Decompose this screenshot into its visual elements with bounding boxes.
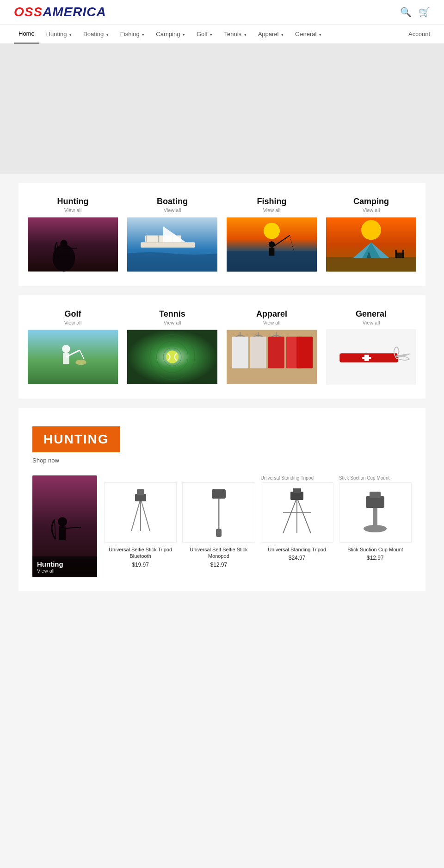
category-golf-title: Golf: [65, 309, 81, 319]
product3-label-top: Universal Standing Tripod: [261, 475, 314, 481]
category-tennis[interactable]: Tennis View all: [127, 309, 217, 385]
boating-svg: [127, 217, 217, 272]
svg-point-19: [361, 220, 381, 240]
svg-rect-20: [326, 257, 416, 271]
nav-item-golf[interactable]: Golf ▾: [192, 25, 217, 43]
product3-price: $24.97: [289, 555, 306, 561]
svg-rect-72: [293, 488, 301, 493]
product2-price: $12.97: [210, 562, 228, 568]
category-boating-title: Boating: [157, 197, 188, 206]
category-general-viewall[interactable]: View all: [363, 320, 380, 325]
categories-row2-section: Golf View all: [18, 295, 426, 399]
product4-img: [339, 482, 412, 543]
product4-price: $12.97: [367, 555, 384, 561]
nav-item-tennis[interactable]: Tennis ▾: [219, 25, 251, 43]
category-golf-img: [28, 329, 118, 385]
product-monopod[interactable]: Universal Self Selfie Stick Monopod $12.…: [182, 475, 255, 568]
logo[interactable]: OSSAMERICA: [14, 5, 106, 19]
product4-label-top: Stick Suction Cup Mount: [339, 475, 390, 481]
product4-name: Stick Suction Cup Mount: [347, 546, 403, 553]
svg-point-32: [75, 360, 86, 365]
logo-oss: OSS: [14, 5, 43, 19]
category-hunting-title: Hunting: [57, 197, 89, 206]
nav-item-general[interactable]: General ▾: [290, 25, 326, 43]
nav-item-apparel[interactable]: Apparel ▾: [253, 25, 288, 43]
chevron-down-icon: ▾: [281, 32, 284, 37]
svg-rect-78: [370, 492, 381, 498]
product1-label-top: [104, 475, 105, 481]
product2-img: [182, 482, 255, 543]
category-tennis-viewall[interactable]: View all: [164, 320, 181, 325]
category-apparel-viewall[interactable]: View all: [263, 320, 281, 325]
cart-icon[interactable]: 🛒: [419, 6, 430, 18]
product2-svg: [196, 485, 242, 540]
fishing-svg: [227, 217, 317, 272]
product1-img: [104, 482, 177, 543]
category-golf[interactable]: Golf View all: [28, 309, 118, 385]
nav-account[interactable]: Account: [408, 31, 430, 37]
product-tripod[interactable]: Universal Standing Tripod: [261, 475, 333, 568]
products-row: Hunting View all: [32, 475, 412, 577]
chevron-down-icon: ▾: [319, 32, 321, 37]
nav-item-fishing[interactable]: Fishing ▾: [116, 25, 149, 43]
product-selfie-stick[interactable]: Universal Selfie Stick Tripod Bluetooth …: [104, 475, 177, 568]
nav-item-hunting[interactable]: Hunting ▾: [42, 25, 76, 43]
hunting-svg: [28, 217, 118, 272]
chevron-down-icon: ▾: [142, 32, 144, 37]
header: OSSAMERICA 🔍 🛒: [0, 0, 444, 25]
product3-name: Universal Standing Tripod: [268, 546, 326, 553]
category-golf-viewall[interactable]: View all: [64, 320, 82, 325]
category-hunting[interactable]: Hunting View all: [28, 197, 118, 272]
category-camping-title: Camping: [353, 197, 389, 206]
chevron-down-icon: ▾: [69, 32, 72, 37]
svg-rect-62: [137, 489, 144, 495]
category-apparel-title: Apparel: [256, 309, 287, 319]
category-camping-img: [326, 217, 416, 272]
category-apparel[interactable]: Apparel View all: [227, 309, 317, 385]
svg-rect-27: [28, 330, 118, 384]
product2-name: Universal Self Selfie Stick Monopod: [182, 546, 255, 560]
svg-point-14: [269, 241, 275, 248]
category-general-img: [326, 329, 416, 385]
product4-svg: [352, 485, 398, 540]
logo-america: AMERICA: [43, 5, 106, 19]
category-apparel-img: [227, 329, 317, 385]
category-hunting-viewall[interactable]: View all: [64, 207, 82, 213]
nav-item-camping[interactable]: Camping ▾: [151, 25, 190, 43]
product-suction-mount[interactable]: Stick Suction Cup Mount Stick Suction Cu…: [339, 475, 412, 568]
svg-rect-44: [268, 337, 284, 368]
category-camping-viewall[interactable]: View all: [363, 207, 380, 213]
category-tennis-img: [127, 329, 217, 385]
categories-row2-grid: Golf View all: [28, 309, 416, 385]
category-hunting-img: [28, 217, 118, 272]
category-boating[interactable]: Boating View all: [127, 197, 217, 272]
category-boating-img: [127, 217, 217, 272]
category-boating-viewall[interactable]: View all: [164, 207, 181, 213]
product-cards: Universal Selfie Stick Tripod Bluetooth …: [104, 475, 412, 568]
svg-rect-66: [216, 529, 222, 537]
svg-rect-15: [269, 248, 275, 256]
hunting-banner[interactable]: HUNTING: [32, 426, 120, 452]
golf-svg: [28, 329, 118, 385]
search-icon[interactable]: 🔍: [400, 6, 412, 18]
category-general[interactable]: General View all: [326, 309, 416, 385]
category-fishing[interactable]: Fishing View all: [227, 197, 317, 272]
nav-item-home[interactable]: Home: [14, 25, 39, 44]
hunting-feature-title: Hunting: [37, 560, 92, 568]
product1-svg: [117, 485, 164, 540]
svg-rect-65: [212, 489, 226, 499]
chevron-down-icon: ▾: [244, 32, 247, 37]
shop-now-link[interactable]: Shop now: [32, 457, 412, 464]
category-fishing-viewall[interactable]: View all: [263, 207, 281, 213]
category-general-title: General: [356, 309, 387, 319]
tennis-svg: [127, 329, 217, 385]
categories-row1-section: Hunting View all: [18, 183, 426, 286]
hunting-feature-image[interactable]: Hunting View all: [32, 475, 97, 577]
apparel-svg: [227, 329, 317, 385]
nav-item-boating[interactable]: Boating ▾: [79, 25, 113, 43]
category-camping[interactable]: Camping View all: [326, 197, 416, 272]
hunting-section: HUNTING Shop now: [18, 408, 426, 591]
hunting-feature-viewall[interactable]: View all: [37, 568, 92, 574]
chevron-down-icon: ▾: [106, 32, 109, 37]
svg-rect-6: [141, 242, 195, 248]
